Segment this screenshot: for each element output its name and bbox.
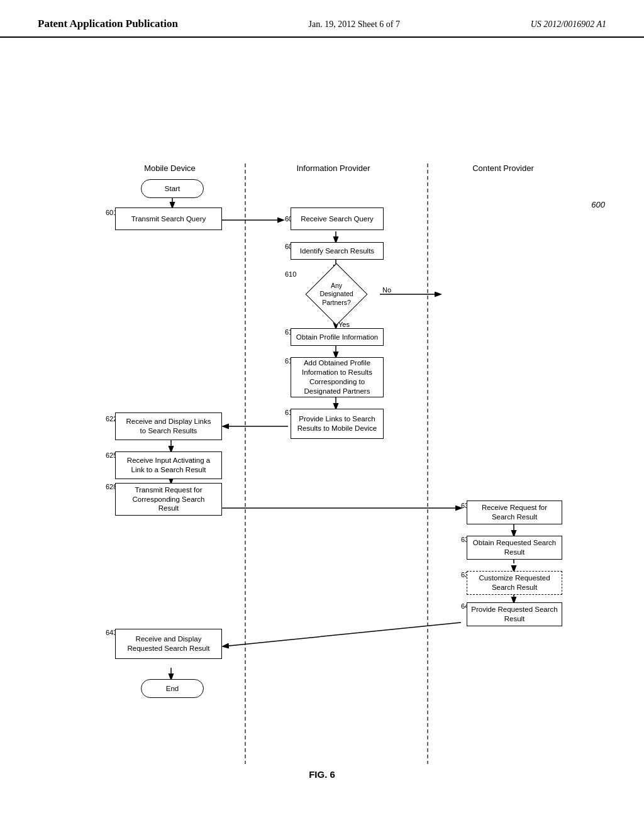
box-607: Identify Search Results: [291, 242, 384, 260]
diagram-area: Mobile Device Information Provider Conte…: [0, 38, 644, 792]
svg-line-17: [223, 622, 461, 646]
col-label-content: Content Provider: [440, 163, 566, 173]
fig-caption: FIG. 6: [0, 769, 644, 780]
diamond-610: AnyDesignatedPartners?: [301, 269, 372, 319]
header-right: US 2012/0016902 A1: [531, 19, 606, 30]
yes-label: Yes: [338, 321, 350, 328]
box-604: Receive Search Query: [291, 208, 384, 230]
box-643: Receive and Display Requested Search Res…: [115, 629, 222, 659]
header-left: Patent Application Publication: [38, 18, 178, 30]
box-634: Obtain Requested Search Result: [467, 536, 562, 560]
box-613: Obtain Profile Information: [291, 328, 384, 346]
start-oval: Start: [141, 179, 204, 198]
col-label-mobile: Mobile Device: [107, 163, 233, 173]
box-631: Receive Request for Search Result: [467, 501, 562, 524]
box-625: Receive Input Activating a Link to a Sea…: [115, 451, 222, 479]
diagram-label: 600: [591, 200, 605, 209]
step-label-610: 610: [285, 270, 296, 278]
box-622: Receive and Display Links to Search Resu…: [115, 412, 222, 440]
page-header: Patent Application Publication Jan. 19, …: [0, 0, 644, 38]
box-619: Provide Links to Search Results to Mobil…: [291, 409, 384, 439]
box-616: Add Obtained Profile Information to Resu…: [291, 357, 384, 397]
header-center: Jan. 19, 2012 Sheet 6 of 7: [309, 19, 400, 30]
box-640: Provide Requested Search Result: [467, 602, 562, 626]
box-628: Transmit Request for Corresponding Searc…: [115, 483, 222, 516]
col-label-info: Information Provider: [270, 163, 396, 173]
box-601: Transmit Search Query: [115, 208, 222, 230]
end-oval: End: [141, 679, 204, 698]
no-label: No: [382, 286, 391, 294]
box-637: Customize Requested Search Result: [467, 571, 562, 595]
